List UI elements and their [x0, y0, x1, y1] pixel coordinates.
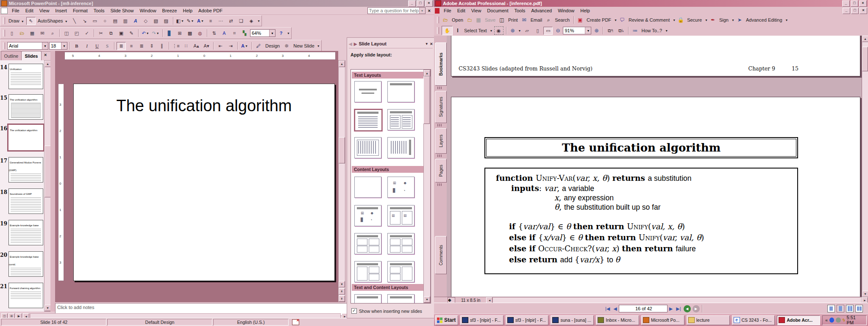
select-text-button[interactable]: Select Text [463, 28, 488, 33]
layout-blank[interactable] [354, 177, 381, 198]
ppt-menu-edit[interactable]: Edit [22, 7, 36, 14]
thumbnail-slide-16-selected[interactable]: 16 The unification algorithm [0, 125, 44, 151]
layout-title-and-2col-text[interactable] [387, 109, 415, 130]
textbox-tool-icon[interactable]: ▤ [111, 17, 120, 25]
tab-pages[interactable]: Pages [435, 159, 447, 183]
3d-style-icon[interactable]: ◈ [247, 17, 256, 25]
color-grayscale-icon[interactable]: ▚ [240, 29, 249, 37]
doc-close-button[interactable]: × [860, 8, 867, 14]
panel-splitter[interactable] [50, 51, 55, 312]
ppt-menu-file[interactable]: File [9, 7, 22, 14]
chevron-down-icon[interactable]: ▼ [585, 27, 591, 34]
create-pdf-button[interactable]: Create PDF [585, 17, 612, 22]
tab-comments[interactable]: Comments [435, 236, 447, 274]
acr-menu-file[interactable]: File [441, 7, 454, 14]
checkbox-checked-icon[interactable]: ✓ [351, 308, 357, 314]
line-tool-icon[interactable]: ╲ [70, 17, 79, 25]
layout-list-scrollbar[interactable]: ▲ ▼ [423, 70, 431, 303]
taskbar-button-lecture[interactable]: lecture [687, 315, 730, 325]
acr-menu-document[interactable]: Document [484, 7, 511, 14]
hyperlink-icon[interactable]: ◍ [195, 29, 205, 37]
wordart-icon[interactable]: A [131, 17, 140, 25]
thumbnail-slide-19[interactable]: 19 Example knowledge base [0, 220, 44, 246]
next-view-icon[interactable]: ▶ [693, 305, 700, 312]
slide-16-editor[interactable]: The unification algorithm [73, 84, 335, 281]
layout-title-only[interactable] [387, 81, 415, 102]
search-icon[interactable]: ⌕ [545, 17, 552, 23]
open-file-icon[interactable]: 🗁 [17, 29, 27, 37]
rectangle-tool-icon[interactable]: ▭ [90, 17, 100, 25]
forward-icon[interactable]: ▶ [354, 42, 357, 46]
slide-title-text[interactable]: The unification algorithm [74, 97, 334, 115]
ppt-menu-breeze[interactable]: Breeze [159, 7, 180, 14]
font-size-combo[interactable]: 18 ▼ [49, 42, 67, 50]
ppt-menu-adobepdf[interactable]: Adobe PDF [195, 7, 225, 14]
layout-vertical-text[interactable] [354, 137, 381, 158]
scrollbar-thumb[interactable] [45, 146, 51, 197]
toolbar-grip[interactable] [3, 42, 5, 49]
last-page-icon[interactable]: ▶| [674, 306, 682, 312]
align-center-icon[interactable]: ≡ [127, 42, 136, 50]
autoshapes-menu-button[interactable]: AutoShapes ▼ [36, 18, 69, 23]
decrease-font-icon[interactable]: A▾ [202, 42, 211, 50]
next-page-icon[interactable]: ▶ [668, 306, 674, 312]
doc-restore-button[interactable]: □ [851, 8, 859, 14]
taskbar-button-sf3-2[interactable]: sf3 - [nlpir] - F... [506, 315, 549, 325]
canvas-scrollbar[interactable]: ▲ ▼ ⇞ ⇟ [338, 60, 345, 302]
clipart-icon[interactable]: ▧ [151, 17, 161, 25]
document-scrollbar[interactable]: ▲ ▼ [862, 36, 868, 297]
close-pane-icon[interactable]: × [44, 52, 47, 57]
toolbar-overflow-icon[interactable]: ▼ [317, 45, 320, 48]
scroll-up-icon[interactable]: ▲ [339, 61, 345, 67]
taskbar-button-powerpoint[interactable]: Microsoft Po... [641, 315, 684, 325]
acrobat-titlebar[interactable]: Adobe Acrobat Professional - [inference.… [434, 0, 868, 7]
lightning-tray-icon[interactable]: ϟ [843, 318, 845, 323]
chevron-down-icon[interactable]: ▼ [665, 29, 668, 32]
layout-title-slide[interactable] [354, 81, 381, 102]
toolbar-overflow-icon[interactable]: ▼ [287, 32, 290, 35]
scroll-up-icon[interactable]: ▲ [45, 61, 51, 67]
sign-button[interactable]: Sign [718, 17, 730, 22]
pane-splitter-icon[interactable]: ◆ [448, 297, 455, 303]
zoom-combo[interactable]: 64% ▼ [250, 29, 275, 37]
insert-picture-icon[interactable]: ▨ [161, 17, 171, 25]
status-tray-icon[interactable] [836, 318, 840, 323]
design-button[interactable]: Design [264, 43, 281, 48]
actual-size-icon[interactable]: ▱ [522, 27, 531, 35]
oval-tool-icon[interactable]: ○ [100, 17, 110, 25]
email-icon[interactable]: ✉ [38, 29, 47, 37]
next-page-view-icon[interactable]: ⧉↳ [616, 27, 626, 35]
pdf-document-area[interactable]: CS3243 Slides (adapted from Russell and … [447, 36, 862, 297]
first-page-icon[interactable]: |◀ [604, 306, 612, 312]
single-page-layout-icon[interactable] [827, 305, 835, 312]
copy-icon[interactable]: ⧉ [106, 29, 116, 37]
font-color-icon[interactable]: A▼ [240, 42, 249, 50]
arrow-style-icon[interactable]: ⇄ [226, 17, 236, 25]
new-slide-button[interactable]: New Slide [292, 43, 316, 48]
taskbar-clock[interactable]: 5:51 PM [847, 315, 863, 325]
chevron-down-icon[interactable]: ▼ [705, 19, 708, 22]
taskpane-close-icon[interactable]: × [430, 41, 433, 46]
zoom-in-tool-icon[interactable]: ⊕ [509, 27, 517, 34]
italic-icon[interactable]: I [82, 42, 92, 50]
thumbnail-slide-20[interactable]: 20 Example knowledge base contd. [0, 251, 44, 278]
zoom-in-icon[interactable]: ⊕ [593, 27, 600, 34]
help-icon[interactable]: ? [276, 29, 286, 37]
status-language[interactable]: English (U.S.) [213, 319, 289, 326]
status-design-template[interactable]: Default Design [107, 319, 212, 326]
save-icon[interactable]: ▦ [475, 17, 482, 23]
vertical-textbox-icon[interactable]: ▥ [121, 17, 130, 25]
arrow-tool-icon[interactable]: ↘ [80, 17, 89, 25]
next-slide-icon[interactable]: ⇟ [339, 295, 345, 302]
open-button[interactable]: Open [451, 17, 465, 22]
chevron-down-icon[interactable]: ▼ [732, 19, 734, 22]
bold-icon[interactable]: B [72, 42, 81, 50]
snapshot-tool-icon[interactable]: ◉ [494, 26, 504, 35]
previous-page-icon[interactable]: ◀ [612, 306, 618, 312]
howto-button[interactable]: How To..? [640, 28, 663, 33]
taskbar-button-acrobat-active[interactable]: Adobe Acr... [777, 315, 820, 325]
layout-title-4content-alt[interactable] [387, 261, 415, 282]
scroll-down-icon[interactable]: ▼ [424, 296, 430, 303]
open-icon[interactable]: 🗁 [442, 17, 449, 23]
chevron-down-icon[interactable]: ▼ [42, 42, 48, 49]
